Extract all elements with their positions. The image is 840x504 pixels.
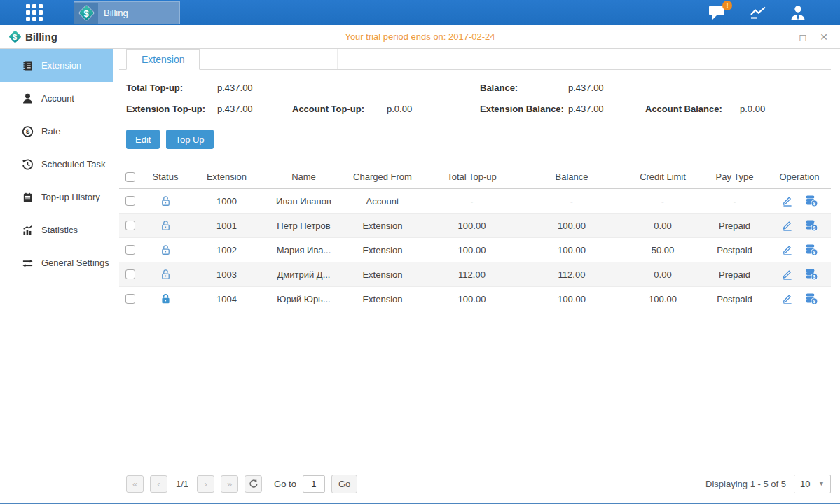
first-page-button[interactable]: «	[126, 475, 144, 493]
row-checkbox[interactable]	[125, 245, 135, 255]
topup-coins-icon[interactable]: $	[805, 268, 818, 281]
maximize-icon[interactable]: ◻	[798, 31, 808, 43]
sidebar-item-extension[interactable]: Extension	[0, 49, 113, 82]
table-row: 1003Дмитрий Д...Extension112.00112.000.0…	[119, 262, 831, 287]
topup-coins-icon[interactable]: $	[805, 293, 818, 305]
table-row: 1001Петр ПетровExtension100.00100.000.00…	[119, 214, 831, 238]
sidebar-item-statistics[interactable]: Statistics	[0, 214, 113, 246]
edit-button[interactable]: Edit	[126, 130, 160, 149]
svg-text:$: $	[813, 274, 815, 280]
cell-credit-limit: 0.00	[624, 214, 701, 238]
topbar-tab-label: Billing	[104, 8, 128, 18]
cell-extension: 1001	[186, 214, 267, 238]
pagination-bar: « ‹ 1/1 › » Go to Go Displaying 1 - 5 of…	[119, 468, 831, 500]
topup-coins-icon[interactable]: $	[805, 195, 818, 207]
cell-charged-from: Extension	[340, 238, 425, 262]
cell-charged-from: Extension	[340, 287, 425, 312]
edit-pencil-icon[interactable]	[781, 244, 794, 256]
tab-strip-divider	[337, 49, 338, 69]
account-topup-value: p.0.00	[387, 104, 412, 114]
sidebar: ExtensionAccount$RateScheduled TaskTop-u…	[0, 49, 113, 503]
row-checkbox[interactable]	[125, 220, 135, 230]
close-icon[interactable]: ✕	[819, 31, 829, 43]
prev-page-button[interactable]: ‹	[150, 475, 167, 493]
goto-page-input[interactable]	[303, 475, 325, 493]
sidebar-item-rate[interactable]: $Rate	[0, 115, 113, 148]
balance-label: Balance:	[480, 83, 568, 93]
person-icon	[22, 92, 41, 105]
apps-grid-icon[interactable]	[26, 4, 43, 21]
col-balance: Balance	[519, 165, 624, 189]
last-page-button[interactable]: »	[221, 475, 238, 493]
cell-credit-limit: -	[624, 189, 701, 214]
goto-label: Go to	[274, 479, 296, 489]
sidebar-item-scheduled-task[interactable]: Scheduled Task	[0, 148, 113, 181]
sidebar-item-label: Rate	[41, 126, 60, 136]
billing-diamond-icon: $	[8, 31, 21, 43]
main-content: Extension Total Top-up: p.437.00 Balance…	[113, 49, 840, 503]
svg-text:$: $	[813, 250, 815, 255]
window-title: Billing	[25, 31, 57, 43]
account-topup-label: Account Top-up:	[292, 104, 387, 114]
cell-balance: 100.00	[519, 287, 624, 312]
row-checkbox[interactable]	[125, 196, 135, 206]
edit-pencil-icon[interactable]	[781, 268, 794, 281]
cell-charged-from: Extension	[340, 214, 425, 238]
top-up-button[interactable]: Top Up	[166, 130, 213, 149]
extension-topup-label: Extension Top-up:	[126, 104, 217, 114]
cell-total-topup: 100.00	[425, 214, 519, 238]
edit-pencil-icon[interactable]	[781, 195, 794, 207]
cell-charged-from: Extension	[340, 262, 425, 287]
extensions-table: Status Extension Name Charged From Total…	[119, 164, 831, 312]
edit-pencil-icon[interactable]	[781, 293, 794, 305]
go-button[interactable]: Go	[331, 475, 357, 493]
cell-total-topup: 100.00	[425, 238, 519, 262]
next-page-button[interactable]: ›	[197, 475, 214, 493]
cell-total-topup: 100.00	[425, 287, 519, 312]
tab-extension[interactable]: Extension	[126, 49, 200, 70]
sidebar-item-label: Account	[41, 93, 74, 104]
sidebar-item-label: General Settings	[41, 258, 109, 268]
chat-icon[interactable]: !	[708, 5, 727, 20]
refresh-icon[interactable]	[245, 475, 262, 493]
tab-strip: Extension	[119, 49, 831, 70]
user-icon[interactable]	[790, 5, 806, 21]
sidebar-item-account[interactable]: Account	[0, 82, 113, 115]
col-name: Name	[267, 165, 340, 189]
svg-text:$: $	[26, 127, 30, 135]
cell-pay-type: Postpaid	[701, 238, 768, 262]
status-locked-icon	[160, 293, 172, 305]
topup-coins-icon[interactable]: $	[805, 219, 818, 232]
minimize-icon[interactable]: –	[777, 31, 787, 43]
topup-coins-icon[interactable]: $	[805, 244, 818, 256]
col-charged-from: Charged From	[340, 165, 425, 189]
row-checkbox[interactable]	[125, 270, 135, 279]
cell-pay-type: Postpaid	[701, 287, 768, 312]
sidebar-item-label: Statistics	[41, 225, 78, 235]
svg-text:$: $	[813, 299, 815, 304]
cell-name: Мария Ива...	[267, 238, 340, 262]
topbar: $ Billing !	[0, 0, 840, 25]
chart-icon[interactable]	[749, 6, 767, 20]
sidebar-item-label: Scheduled Task	[41, 159, 106, 169]
sidebar-item-top-up-history[interactable]: Top-up History	[0, 181, 113, 214]
edit-pencil-icon[interactable]	[781, 219, 794, 232]
row-checkbox[interactable]	[125, 294, 135, 304]
cell-credit-limit: 0.00	[624, 262, 701, 287]
status-unlocked-icon	[160, 268, 172, 281]
page-size-value: 10	[800, 479, 810, 489]
topbar-billing-tab[interactable]: $ Billing	[74, 1, 180, 24]
cell-pay-type: Prepaid	[701, 214, 768, 238]
balance-value: p.437.00	[568, 83, 604, 93]
displaying-info: Displaying 1 - 5 of 5	[705, 479, 786, 489]
cell-total-topup: 112.00	[425, 262, 519, 287]
status-unlocked-icon	[160, 244, 172, 256]
page-size-select[interactable]: 10 ▼	[794, 475, 831, 493]
extension-balance-value: p.437.00	[568, 104, 645, 114]
chevron-down-icon: ▼	[818, 480, 825, 487]
select-all-checkbox[interactable]	[125, 172, 135, 182]
cell-charged-from: Account	[340, 189, 425, 214]
sidebar-item-general-settings[interactable]: General Settings	[0, 246, 113, 279]
status-unlocked-icon	[160, 195, 172, 207]
sidebar-item-label: Top-up History	[41, 192, 100, 202]
